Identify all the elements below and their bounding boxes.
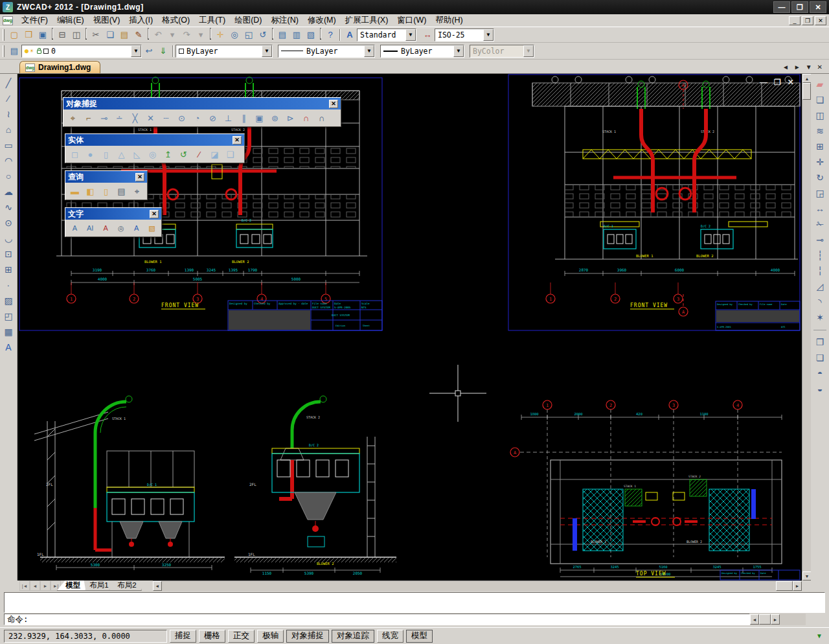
mdi-close-button[interactable]: ✕ [815,16,826,25]
draworder-under-icon[interactable]: ◒ [812,381,828,397]
next-tab-button[interactable]: ► [40,581,51,591]
scroll-left-icon[interactable]: ◄ [750,614,759,625]
child-close-button[interactable]: ✕ [788,78,794,87]
drawing-area[interactable]: STACK 1 STACK 2 D/C 1 D/C 2 [17,74,802,581]
distance-icon[interactable]: ▬ [67,184,82,198]
snap-intersection-icon[interactable]: ╳ [128,111,142,125]
solid-cylinder-icon[interactable]: ▯ [98,147,113,161]
zoom-previous-icon[interactable]: ↺ [256,28,270,41]
ellipse-icon[interactable]: ⊙ [1,215,16,231]
scroll-right-icon[interactable]: ► [771,614,780,625]
redo-dropdown-icon[interactable]: ▾ [194,28,208,41]
vertical-scroll-track[interactable] [802,100,811,571]
text-style-combo[interactable]: Standard ▼ [357,29,416,41]
snap-tangent-icon[interactable]: ⊘ [205,111,220,125]
draworder-back-icon[interactable]: ❏ [812,350,828,365]
area-icon[interactable]: ◧ [83,184,98,198]
solid-wedge-icon[interactable]: ◺ [130,147,144,161]
toolbar-grip[interactable] [3,29,5,41]
tab-scroll-left-icon[interactable]: ◄ [782,63,789,71]
osnap-toggle[interactable]: 对象捕捉 [286,630,329,643]
close-button[interactable]: ✕ [810,1,826,13]
open-icon[interactable]: ❒ [21,28,36,41]
menu-help[interactable]: 帮助(H) [431,14,467,27]
interfere-icon[interactable]: ❑ [223,147,238,161]
scroll-left-icon[interactable]: ◄ [153,581,162,591]
menu-tools[interactable]: 工具(T) [194,14,230,27]
model-space-toggle[interactable]: 模型 [406,630,433,643]
polygon-icon[interactable]: ⌂ [1,122,16,137]
child-minimize-button[interactable]: — [760,78,767,87]
slice-icon[interactable]: ∕ [192,147,207,161]
rotate-icon[interactable]: ↻ [812,170,828,185]
hatch-icon[interactable]: ▨ [1,293,16,308]
save-icon[interactable]: ▣ [36,28,50,41]
mtext-icon[interactable]: A [67,221,82,235]
layer-combo[interactable]: ● ☀ 0 ▼ [21,45,142,58]
tab-scroll-right-icon[interactable]: ► [794,63,801,71]
single-line-text-icon[interactable]: AI [83,221,98,235]
menu-window[interactable]: 窗口(W) [392,14,431,27]
text-style-icon[interactable]: A [343,28,357,41]
ellipse-arc-icon[interactable]: ◡ [1,231,16,246]
horizontal-scroll-thumb[interactable] [776,581,793,591]
chevron-down-icon[interactable]: ▼ [405,29,416,41]
designcenter-icon[interactable]: ▥ [290,28,304,41]
menu-insert[interactable]: 插入(I) [124,14,157,27]
tab-model[interactable]: 模型 [56,581,89,591]
layer-states-icon[interactable]: ⇓ [156,44,170,58]
copy-icon[interactable]: ❏ [103,28,117,41]
grid-toggle[interactable]: 栅格 [199,630,225,643]
tab-layout2[interactable]: 布局2 [109,581,146,591]
snap-from-icon[interactable]: ⌐ [81,111,96,125]
snap-quadrant-icon[interactable]: ◔ [190,111,205,125]
scroll-down-icon[interactable]: ▼ [802,571,812,581]
snap-perpendicular-icon[interactable]: ⊥ [221,111,236,125]
command-history[interactable] [4,592,825,613]
pan-icon[interactable]: ✛ [213,28,227,41]
help-icon[interactable]: ? [323,28,337,41]
revcloud-icon[interactable]: ☁ [1,184,16,200]
print-icon[interactable]: ⊟ [55,28,69,41]
stretch-icon[interactable]: ↔ [812,201,828,216]
mdi-minimize-button[interactable]: _ [789,16,801,25]
solids-toolbar[interactable]: 实体 ✕ ◻●▯△◺◎↥↺∕◪❑ [65,133,245,163]
list-icon[interactable]: ▤ [114,184,129,198]
otrack-toggle[interactable]: 对象追踪 [332,630,374,643]
close-icon[interactable]: ✕ [233,136,242,144]
make-block-icon[interactable]: ⊞ [1,262,16,277]
horizontal-scroll-track[interactable] [162,581,776,591]
dim-style-icon[interactable]: ↔ [420,28,435,41]
linetype-combo[interactable]: ByLayer ▼ [278,45,375,58]
region-icon[interactable]: ◰ [1,308,16,324]
ortho-toggle[interactable]: 正交 [228,630,255,643]
osnap-toolbar-titlebar[interactable]: 对象捕捉 ✕ [63,98,341,109]
menu-dimension[interactable]: 标注(N) [267,14,303,27]
snap-nearest-icon[interactable]: ⊳ [283,111,298,125]
snap-endpoint-icon[interactable]: ⊸ [97,111,111,125]
layer-manager-icon[interactable]: ▤ [7,44,21,58]
spline-icon[interactable]: ∿ [1,200,16,215]
draworder-front-icon[interactable]: ❐ [812,334,828,350]
scroll-right-icon[interactable]: ► [793,581,802,591]
break-icon[interactable]: ╎ [812,263,828,279]
menu-draw[interactable]: 绘图(D) [230,14,266,27]
chevron-down-icon[interactable]: ▼ [262,45,272,57]
mirror-icon[interactable]: ◫ [812,108,828,123]
snap-parallel-icon[interactable]: ∥ [236,111,251,125]
vertical-scroll-thumb[interactable] [802,83,811,100]
snap-center-icon[interactable]: ⊙ [174,111,189,125]
rectangle-icon[interactable]: ▭ [1,137,16,153]
tab-menu-icon[interactable]: ▼ [806,63,812,71]
document-tab[interactable]: dwg Drawing1.dwg [19,61,100,73]
command-scrollbar[interactable]: ◄ ► [750,614,806,625]
temp-track-point-icon[interactable]: ⌖ [65,111,80,125]
first-tab-button[interactable]: |◄ [19,581,30,591]
revolve-icon[interactable]: ↺ [176,147,191,161]
chamfer-icon[interactable]: ◿ [812,279,828,294]
menu-express[interactable]: 扩展工具(X) [341,14,393,27]
vertical-scrollbar[interactable]: ▲ ▼ [802,74,811,581]
table-icon[interactable]: ▦ [1,324,16,339]
polar-toggle[interactable]: 极轴 [257,630,284,643]
prev-tab-button[interactable]: ◄ [30,581,40,591]
